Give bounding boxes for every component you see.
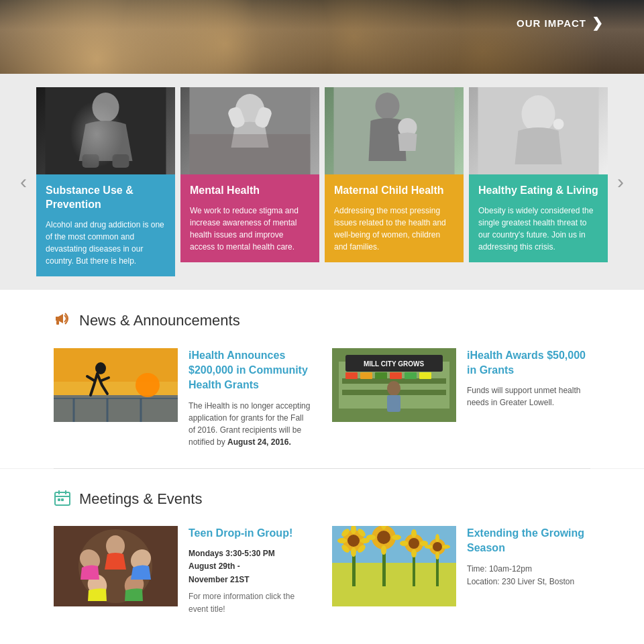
- svg-rect-44: [61, 498, 64, 501]
- news-item-grants50k-title[interactable]: iHealth Awards $50,000 in Grants: [467, 348, 590, 378]
- svg-rect-43: [58, 498, 60, 501]
- news-item-grants200k-content: iHealth Announces $200,000 in Community …: [189, 348, 312, 448]
- card-mental-body: Mental Health We work to reduce stigma a…: [180, 174, 319, 262]
- svg-point-71: [392, 535, 401, 540]
- news-item-grants200k: iHealth Announces $200,000 in Community …: [54, 348, 312, 448]
- svg-point-56: [347, 535, 360, 547]
- card-substance-desc: Alcohol and drug addiction is one of the…: [46, 219, 166, 267]
- svg-rect-33: [375, 372, 387, 379]
- svg-point-69: [381, 545, 386, 555]
- news-section: News & Announcements: [0, 290, 644, 468]
- svg-point-67: [377, 531, 390, 544]
- svg-rect-31: [345, 372, 358, 379]
- svg-point-76: [411, 549, 417, 557]
- our-impact-label: OUR IMPACT: [517, 17, 586, 29]
- svg-point-84: [425, 545, 433, 549]
- event-teen-dropin-desc: For more information click the event tit…: [189, 590, 312, 616]
- events-title: Meetings & Events: [79, 490, 202, 508]
- carousel-prev-button[interactable]: ‹: [13, 164, 34, 200]
- megaphone-icon: [54, 310, 71, 331]
- news-item-grants200k-image: [54, 348, 178, 422]
- svg-rect-3: [113, 154, 129, 168]
- svg-point-81: [433, 542, 442, 551]
- events-grid: Teen Drop-in Group! Mondays 3:30-5:30 PM…: [54, 526, 590, 616]
- cards-container: Substance Use & Prevention Alcohol and d…: [34, 74, 610, 290]
- news-title: News & Announcements: [79, 312, 240, 329]
- events-header: Meetings & Events: [54, 489, 590, 509]
- svg-point-1: [93, 93, 119, 122]
- news-item-grants50k-body: Funds will support unmet health needs in…: [467, 384, 590, 409]
- card-substance-image: [36, 87, 175, 174]
- news-item-grants200k-title[interactable]: iHealth Announces $200,000 in Community …: [189, 348, 312, 393]
- news-item-grants50k-content: iHealth Awards $50,000 in Grants Funds w…: [467, 348, 590, 448]
- event-growing-season-detail: Time: 10am-12pm Location: 230 Liver St, …: [467, 563, 590, 588]
- calendar-icon: [54, 489, 71, 509]
- svg-rect-36: [419, 372, 431, 379]
- event-growing-season-content: Extending the Growing Season Time: 10am-…: [467, 526, 590, 616]
- card-maternal-title: Maternal Child Health: [334, 184, 454, 198]
- card-mental-desc: We work to reduce stigma and increase aw…: [190, 205, 310, 253]
- svg-point-19: [136, 373, 160, 397]
- svg-text:MILL CITY GROWS: MILL CITY GROWS: [364, 360, 425, 368]
- card-maternal-desc: Addressing the most pressing issues rela…: [334, 205, 454, 253]
- svg-point-83: [435, 551, 439, 559]
- card-healthy-image: [469, 87, 608, 174]
- cards-carousel: ‹ Substance Use & Prevention Alcohol and…: [0, 74, 644, 290]
- carousel-next-button[interactable]: ›: [610, 164, 631, 200]
- svg-point-59: [337, 538, 347, 543]
- card-maternal-image: [325, 87, 464, 174]
- svg-point-13: [522, 95, 555, 133]
- svg-rect-15: [56, 321, 59, 325]
- card-mental-title: Mental Health: [190, 184, 310, 198]
- svg-rect-38: [387, 395, 400, 412]
- event-growing-season-image: [332, 526, 456, 606]
- news-item-grants50k-image: MILL CITY GROWS: [332, 348, 456, 422]
- svg-point-37: [387, 381, 400, 396]
- card-healthy-title: Healthy Eating & Living: [478, 184, 598, 198]
- news-item-grants50k: MILL CITY GROWS iHealth Aw: [332, 348, 590, 448]
- card-healthy-body: Healthy Eating & Living Obesity is widel…: [469, 174, 608, 262]
- event-teen-dropin: Teen Drop-in Group! Mondays 3:30-5:30 PM…: [54, 526, 312, 616]
- event-teen-dropin-date: Mondays 3:30-5:30 PM August 29th - Novem…: [189, 547, 312, 586]
- card-mental-image: [180, 87, 319, 174]
- news-item-grants200k-body: The iHealth is no longer accepting appli…: [189, 400, 312, 448]
- event-teen-dropin-content: Teen Drop-in Group! Mondays 3:30-5:30 PM…: [189, 526, 312, 616]
- event-growing-season: Extending the Growing Season Time: 10am-…: [332, 526, 590, 616]
- news-header: News & Announcements: [54, 310, 590, 331]
- svg-point-74: [409, 538, 419, 549]
- hero-banner: OUR IMPACT ❯: [0, 0, 644, 74]
- our-impact-arrow: ❯: [592, 15, 604, 31]
- svg-rect-35: [405, 372, 417, 379]
- card-maternal[interactable]: Maternal Child Health Addressing the mos…: [325, 87, 464, 276]
- svg-rect-32: [360, 372, 372, 379]
- hero-image: [0, 0, 644, 74]
- svg-point-82: [435, 534, 439, 542]
- our-impact-button[interactable]: OUR IMPACT ❯: [517, 15, 604, 31]
- svg-point-14: [553, 119, 564, 129]
- card-substance-title: Substance Use & Prevention: [46, 184, 166, 212]
- svg-point-58: [351, 547, 356, 557]
- card-healthy-desc: Obesity is widely considered the single …: [478, 205, 598, 253]
- card-mental[interactable]: Mental Health We work to reduce stigma a…: [180, 87, 319, 276]
- card-healthy[interactable]: Healthy Eating & Living Obesity is widel…: [469, 87, 608, 276]
- events-section: Meetings & Events: [0, 469, 644, 644]
- svg-point-70: [366, 535, 376, 540]
- svg-rect-34: [390, 372, 402, 379]
- card-substance[interactable]: Substance Use & Prevention Alcohol and d…: [36, 87, 175, 276]
- card-substance-body: Substance Use & Prevention Alcohol and d…: [36, 174, 175, 276]
- svg-point-75: [411, 529, 417, 537]
- svg-point-85: [442, 545, 450, 549]
- event-growing-season-title[interactable]: Extending the Growing Season: [467, 526, 590, 556]
- event-teen-dropin-title[interactable]: Teen Drop-in Group!: [189, 526, 312, 541]
- svg-point-10: [376, 93, 400, 119]
- news-grid: iHealth Announces $200,000 in Community …: [54, 348, 590, 448]
- svg-rect-2: [83, 154, 99, 168]
- card-maternal-body: Maternal Child Health Addressing the mos…: [325, 174, 464, 262]
- event-teen-dropin-image: [54, 526, 178, 606]
- svg-rect-8: [190, 134, 311, 174]
- svg-point-77: [400, 541, 408, 546]
